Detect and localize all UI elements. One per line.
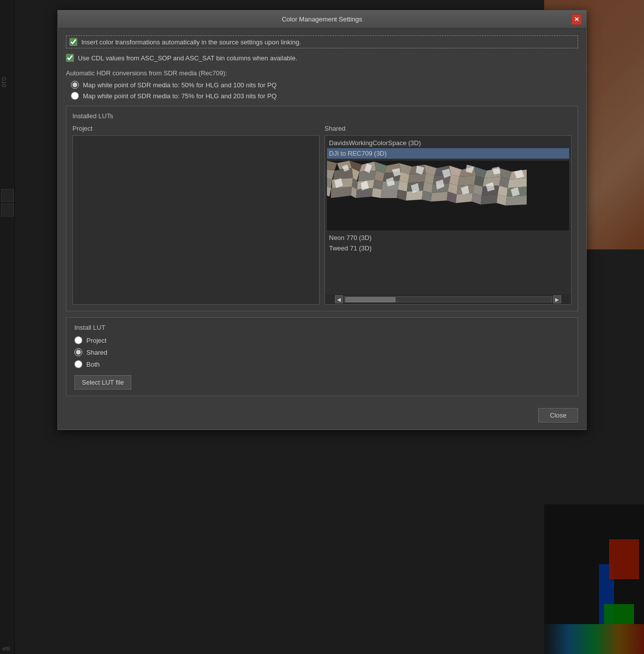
lut-item-dji[interactable]: DJI to REC709 (3D) xyxy=(327,148,569,159)
install-project-row: Project xyxy=(74,336,570,344)
dialog-body: Insert color transformations automatical… xyxy=(58,28,586,403)
use-cdl-row: Use CDL values from ASC_SOP and ASC_SAT … xyxy=(66,52,578,63)
svg-marker-28 xyxy=(458,176,476,186)
install-shared-row: Shared xyxy=(74,348,570,356)
svg-marker-32 xyxy=(508,178,527,188)
installed-luts-title: Installed LUTs xyxy=(72,112,572,120)
use-cdl-label: Use CDL values from ASC_SOP and ASC_SAT … xyxy=(78,54,298,62)
select-lut-button[interactable]: Select LUT file xyxy=(74,375,131,390)
close-dialog-button[interactable]: Close xyxy=(538,408,578,423)
svg-marker-62 xyxy=(481,195,498,205)
insert-color-row: Insert color transformations automatical… xyxy=(66,35,578,48)
hdr-option-50-row: Map white point of SDR media to: 50% for… xyxy=(71,81,578,89)
dialog-footer: Close xyxy=(58,403,586,430)
shared-lut-list-inner: DavidsWorkingColorSpace (3D) DJI to REC7… xyxy=(325,136,571,292)
use-cdl-checkbox[interactable] xyxy=(66,54,74,62)
svg-marker-60 xyxy=(456,193,473,203)
lut-item-tweed[interactable]: Tweed 71 (3D) xyxy=(327,243,569,253)
color-management-dialog: Color Management Settings ✕ Insert color… xyxy=(57,10,587,430)
dialog-overlay: Color Management Settings ✕ Insert color… xyxy=(0,0,644,654)
insert-color-checkbox[interactable] xyxy=(69,38,77,46)
hdr-radio-50[interactable] xyxy=(71,81,79,89)
install-radio-project[interactable] xyxy=(74,336,82,344)
installed-luts-panel: Installed LUTs Project Shared xyxy=(66,106,578,311)
lut-item-neon[interactable]: Neon 770 (3D) xyxy=(327,232,569,243)
install-label-shared: Shared xyxy=(86,349,107,356)
dialog-title: Color Management Settings xyxy=(73,15,571,23)
hdr-option-75-row: Map white point of SDR media to: 75% for… xyxy=(71,92,578,100)
lut-thumbnail xyxy=(327,161,569,230)
dialog-titlebar: Color Management Settings ✕ xyxy=(58,10,586,28)
shared-lut-scrollbar[interactable]: ◀ ▶ xyxy=(325,294,571,304)
project-column-title: Project xyxy=(72,125,320,132)
install-radio-shared[interactable] xyxy=(74,348,82,356)
shared-lut-list[interactable]: DavidsWorkingColorSpace (3D) DJI to REC7… xyxy=(324,135,572,305)
hdr-label-50: Map white point of SDR media to: 50% for… xyxy=(83,81,277,89)
lut-thumbnail-svg xyxy=(327,161,569,230)
scroll-left-arrow[interactable]: ◀ xyxy=(335,295,343,303)
scroll-right-arrow[interactable]: ▶ xyxy=(553,295,561,303)
install-radio-both[interactable] xyxy=(74,360,82,368)
luts-columns: Project Shared DavidsWorkingColorSpac xyxy=(72,125,572,305)
install-both-row: Both xyxy=(74,360,570,368)
install-lut-title: Install LUT xyxy=(74,324,570,331)
svg-marker-58 xyxy=(431,192,448,202)
install-radio-group: Project Shared Both xyxy=(74,336,570,368)
insert-color-label: Insert color transformations automatical… xyxy=(81,38,301,46)
install-label-project: Project xyxy=(86,337,106,344)
shared-lut-column: Shared DavidsWorkingColorSpace (3D) DJI … xyxy=(324,125,572,305)
install-label-both: Both xyxy=(86,361,100,368)
svg-marker-64 xyxy=(506,196,527,206)
scroll-thumb[interactable] xyxy=(345,297,395,302)
hdr-radio-75[interactable] xyxy=(71,92,79,100)
dialog-close-button[interactable]: ✕ xyxy=(571,14,582,25)
project-lut-list-inner xyxy=(73,136,319,292)
hdr-label-75: Map white point of SDR media to: 75% for… xyxy=(83,92,277,100)
hdr-section-label: Automatic HDR conversions from SDR media… xyxy=(66,69,578,77)
hdr-radio-group: Map white point of SDR media to: 50% for… xyxy=(66,81,578,100)
project-lut-column: Project xyxy=(72,125,320,305)
svg-marker-24 xyxy=(408,173,426,183)
scroll-track[interactable] xyxy=(344,296,552,302)
svg-marker-53 xyxy=(372,188,382,198)
svg-marker-54 xyxy=(381,190,398,198)
project-lut-list[interactable] xyxy=(72,135,320,305)
shared-column-title: Shared xyxy=(324,125,572,132)
install-lut-panel: Install LUT Project Shared Both S xyxy=(66,317,578,396)
lut-item-davids[interactable]: DavidsWorkingColorSpace (3D) xyxy=(327,138,569,148)
